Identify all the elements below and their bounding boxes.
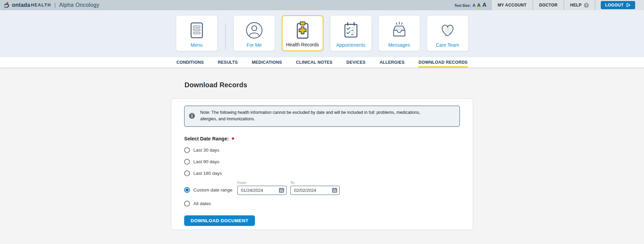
ontada-logo-icon [3,2,10,9]
download-document-button[interactable]: DOWNLOAD DOCUMENT [184,215,255,226]
text-size-medium-button[interactable]: A [477,3,481,9]
to-label: To: [290,181,340,185]
person-icon [245,16,263,42]
radio-label-last-30-days[interactable]: Last 30 days [193,148,220,153]
doctor-label: DOCTOR [539,3,558,7]
tab-allergies[interactable]: ALLERGIES [380,57,404,67]
text-size-large-button[interactable]: A [482,2,486,8]
text-size-control: Text Size: A A A [454,2,491,9]
nav-card-label: Messages [388,42,410,48]
to-date-field [290,186,340,195]
option-last-180-days: Last 180 days [184,170,460,176]
logout-button[interactable]: LOGOUT [601,1,635,9]
text-size-label: Text Size: [454,3,471,7]
tab-clinical-notes[interactable]: CLINICAL NOTES [296,57,332,67]
from-date-group: From: [237,181,287,195]
tab-results[interactable]: RESULTS [218,57,238,67]
nav-card-menu[interactable]: Menu [176,15,218,51]
nav-card-label: Care Team [436,42,459,48]
tab-download-records[interactable]: DOWNLOAD RECORDS [418,57,467,67]
nav-card-health-records[interactable]: Health Records [282,15,323,51]
radio-label-custom-date-range[interactable]: Custom date range [193,187,232,193]
logout-label: LOGOUT [605,3,624,7]
required-indicator [232,137,234,140]
health-records-subnav: CONDITIONS RESULTS MEDICATIONS CLINICAL … [0,57,644,67]
svg-text:?: ? [585,3,587,7]
note-text: Note: The following health information c… [200,109,425,123]
option-last-30-days: Last 30 days [184,147,460,153]
my-account-label: MY ACCOUNT [498,3,527,7]
note-box: Note: The following health information c… [184,106,460,127]
radio-last-180-days[interactable] [184,170,190,176]
tab-devices[interactable]: DEVICES [347,57,366,67]
top-bar-right: Text Size: A A A MY ACCOUNT DOCTOR HELP … [454,0,644,10]
download-records-panel: Note: The following health information c… [171,98,473,230]
inbox-icon [390,16,408,42]
radio-label-last-90-days[interactable]: Last 90 days [193,159,220,164]
from-calendar-icon[interactable] [279,187,284,193]
nav-card-divider [225,23,226,50]
date-range-label-text: Select Date Range: [184,136,229,141]
date-range-label: Select Date Range: [184,136,460,141]
to-date-group: To: [290,181,340,195]
nav-card-messages[interactable]: Messages [379,15,420,51]
my-account-link[interactable]: MY ACCOUNT [492,0,533,10]
logout-exit-icon [626,3,631,7]
brand-separator: | [54,2,56,8]
help-label: HELP [570,3,582,7]
to-calendar-icon[interactable] [332,187,337,193]
header-menu: MY ACCOUNT DOCTOR HELP ? LOGOUT [491,0,644,10]
nav-card-label: Health Records [286,42,319,47]
radio-last-30-days[interactable] [184,147,190,153]
info-icon [189,113,195,119]
radio-last-90-days[interactable] [184,159,190,165]
top-bar: ontada HEALTH | Alpha Oncology Text Size… [0,0,644,10]
doctor-link[interactable]: DOCTOR [533,0,564,10]
radio-all-dates[interactable] [184,201,190,207]
nav-card-for-me[interactable]: For Me [234,15,275,51]
radio-custom-date-range[interactable] [184,187,190,193]
nav-card-label: Menu [191,42,203,48]
nav-card-label: For Me [246,42,261,48]
menu-icon [188,16,206,42]
text-size-small-button[interactable]: A [472,3,476,7]
tab-medications[interactable]: MEDICATIONS [252,57,282,67]
help-question-icon: ? [584,3,589,8]
help-link[interactable]: HELP ? [564,0,595,10]
brand-name: ontada [12,2,30,8]
custom-date-range-radio-group: Custom date range [184,187,232,193]
nav-card-care-team[interactable]: Care Team [427,15,468,51]
page-title: Download Records [184,81,473,89]
heart-icon [438,16,457,42]
app-name: Alpha Oncology [59,2,100,8]
nav-card-appointments[interactable]: Appointments [330,15,372,51]
main-content: Download Records Note: The following hea… [171,81,473,230]
calendar-check-icon [342,16,360,42]
nav-card-label: Appointments [336,42,366,48]
brand: ontada HEALTH | Alpha Oncology [0,0,99,10]
nav-cards-band: Menu For Me Health Records [0,10,644,57]
option-all-dates: All dates [184,201,460,207]
radio-label-last-180-days[interactable]: Last 180 days [193,171,222,176]
from-label: From: [237,181,287,185]
radio-label-all-dates[interactable]: All dates [193,201,211,206]
from-date-field [237,186,287,195]
option-custom-date-range: Custom date range From: [184,181,460,195]
tab-conditions[interactable]: CONDITIONS [176,57,204,67]
clipboard-plus-icon [293,16,312,42]
option-last-90-days: Last 90 days [184,159,460,165]
brand-suffix: HEALTH [31,3,51,7]
